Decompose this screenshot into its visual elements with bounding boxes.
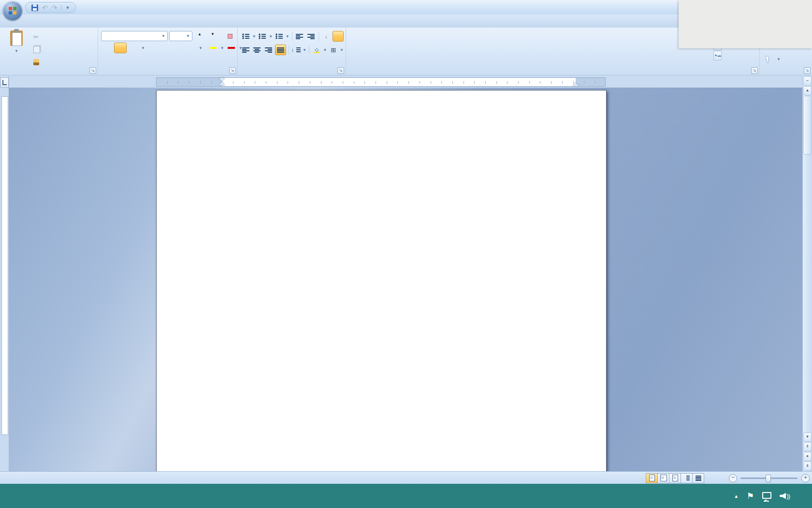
divider xyxy=(61,4,61,11)
dialog-launcher-icon[interactable]: ↘ xyxy=(751,67,758,74)
chevron-down-icon[interactable]: ▼ xyxy=(141,46,145,50)
chevron-down-icon: ▼ xyxy=(14,49,18,53)
highlight-button[interactable] xyxy=(207,43,219,53)
grow-font-button[interactable]: ▲ xyxy=(194,31,205,41)
clipboard-icon xyxy=(10,30,23,46)
italic-button[interactable] xyxy=(114,43,127,53)
dialog-launcher-icon[interactable]: ↘ xyxy=(89,67,96,74)
chevron-down-icon[interactable]: ▼ xyxy=(303,48,306,52)
bullets-button[interactable] xyxy=(241,31,251,41)
chevron-down-icon: ▼ xyxy=(777,57,781,61)
font-size-combo[interactable]: ▼ xyxy=(169,31,192,41)
redo-icon[interactable]: ↷ xyxy=(52,4,58,11)
show-marks-button[interactable] xyxy=(333,31,344,42)
action-center-flag-icon[interactable]: ⚑ xyxy=(747,491,754,501)
desktop: ↶ ↷ ▼ ▼ ✂ xyxy=(0,0,812,508)
document-content[interactable] xyxy=(157,90,606,94)
save-icon[interactable] xyxy=(31,4,38,11)
chevron-down-icon[interactable]: ▼ xyxy=(199,46,203,50)
numbering-button[interactable] xyxy=(258,31,268,41)
align-left-button[interactable] xyxy=(241,45,251,55)
select-button[interactable]: ▼ xyxy=(767,56,781,63)
group-paragraph: ▼ ▼ ▼ ↓ ↕ ▼ xyxy=(238,28,346,75)
system-tray: ▲ ⚑ )) xyxy=(734,491,806,501)
paste-button[interactable]: ▼ xyxy=(4,30,29,65)
ruler-band xyxy=(9,76,803,88)
shading-button[interactable]: ◇ xyxy=(312,45,322,55)
previous-page-icon[interactable]: ⇞ xyxy=(803,442,812,451)
clear-formatting-button[interactable] xyxy=(224,31,235,41)
change-case-button[interactable] xyxy=(186,43,197,53)
undo-icon[interactable]: ↶ xyxy=(42,4,48,11)
fullscreen-reading-view-button[interactable] xyxy=(657,473,669,483)
format-painter-button[interactable] xyxy=(32,57,44,67)
view-switcher xyxy=(646,473,704,483)
scroll-down-icon[interactable]: ▼ xyxy=(803,433,812,442)
quick-access-toolbar: ↶ ↷ ▼ xyxy=(25,2,76,13)
strikethrough-button[interactable] xyxy=(146,43,158,53)
align-center-button[interactable] xyxy=(252,45,262,55)
underline-button[interactable] xyxy=(128,43,140,53)
chevron-down-icon: ▼ xyxy=(186,34,190,38)
web-layout-view-button[interactable] xyxy=(669,473,681,483)
sort-button[interactable]: ↓ xyxy=(321,31,332,41)
copy-button[interactable] xyxy=(32,44,44,55)
superscript-button[interactable] xyxy=(173,43,184,53)
brush-icon xyxy=(33,59,39,65)
select-browse-object-icon[interactable]: ● xyxy=(803,452,812,461)
volume-icon[interactable]: )) xyxy=(780,493,790,500)
network-icon[interactable] xyxy=(762,492,771,499)
dialog-launcher-icon[interactable]: ↘ xyxy=(337,67,344,74)
print-layout-view-button[interactable] xyxy=(646,473,658,483)
increase-indent-button[interactable] xyxy=(306,31,316,41)
taskbar: ▲ ⚑ )) xyxy=(0,484,812,508)
ruler-toggle-button[interactable]: ⌐ xyxy=(803,76,812,86)
zoom-out-button[interactable]: − xyxy=(729,474,737,482)
chevron-down-icon: ▼ xyxy=(161,34,165,38)
vertical-scrollbar[interactable]: ⌐ ▲ ▼ ⇞ ● ⇟ xyxy=(802,76,812,471)
zoom-in-button[interactable]: + xyxy=(801,474,810,482)
font-family-combo[interactable]: ▼ xyxy=(101,31,168,41)
chevron-down-icon[interactable]: ▼ xyxy=(252,34,256,39)
right-indent-marker[interactable] xyxy=(573,83,579,86)
document-area xyxy=(9,88,803,471)
dialog-launcher-icon[interactable]: ↘ xyxy=(804,67,811,74)
horizontal-ruler[interactable] xyxy=(156,77,606,87)
subscript-button[interactable] xyxy=(160,43,171,53)
indent-markers[interactable] xyxy=(219,78,225,87)
zoom-slider[interactable] xyxy=(740,478,798,479)
tray-expand-icon[interactable]: ▲ xyxy=(734,493,739,499)
outline-view-button[interactable] xyxy=(681,473,693,483)
chevron-down-icon[interactable]: ▼ xyxy=(286,34,290,39)
dialog-launcher-icon[interactable]: ↘ xyxy=(229,67,236,74)
font-color-button[interactable] xyxy=(226,43,237,53)
bold-button[interactable] xyxy=(101,43,113,53)
chevron-down-icon[interactable]: ▼ xyxy=(220,46,224,50)
gallery-more-icon[interactable]: ▼▬ xyxy=(713,51,722,60)
zoom-slider-handle[interactable] xyxy=(766,475,771,482)
scrollbar-thumb[interactable] xyxy=(803,96,812,155)
refmag-watermark xyxy=(679,0,812,48)
chevron-down-icon[interactable]: ▼ xyxy=(340,48,344,52)
scroll-up-icon[interactable]: ▲ xyxy=(803,86,812,95)
line-spacing-button[interactable]: ↕ xyxy=(291,45,301,55)
qat-dropdown-icon[interactable]: ▼ xyxy=(65,5,70,10)
borders-button[interactable]: ⊞ xyxy=(328,45,338,55)
group-clipboard: ▼ ✂ ↘ xyxy=(0,28,98,75)
vertical-ruler[interactable] xyxy=(0,76,9,471)
draft-view-button[interactable] xyxy=(692,473,704,483)
justify-button[interactable] xyxy=(275,45,286,55)
cursor-arrow-icon xyxy=(766,55,773,63)
office-button[interactable] xyxy=(3,1,22,20)
status-bar: − + xyxy=(0,471,812,484)
align-right-button[interactable] xyxy=(263,45,274,55)
multilevel-list-button[interactable] xyxy=(274,31,284,41)
chevron-down-icon[interactable]: ▼ xyxy=(323,48,327,52)
decrease-indent-button[interactable] xyxy=(295,31,305,41)
cut-button[interactable]: ✂ xyxy=(32,31,44,42)
next-page-icon[interactable]: ⇟ xyxy=(803,462,812,471)
shrink-font-button[interactable]: ▼ xyxy=(207,31,218,41)
chevron-down-icon[interactable]: ▼ xyxy=(269,34,273,39)
ruler-corner-button[interactable] xyxy=(0,77,9,88)
page[interactable] xyxy=(156,90,607,471)
